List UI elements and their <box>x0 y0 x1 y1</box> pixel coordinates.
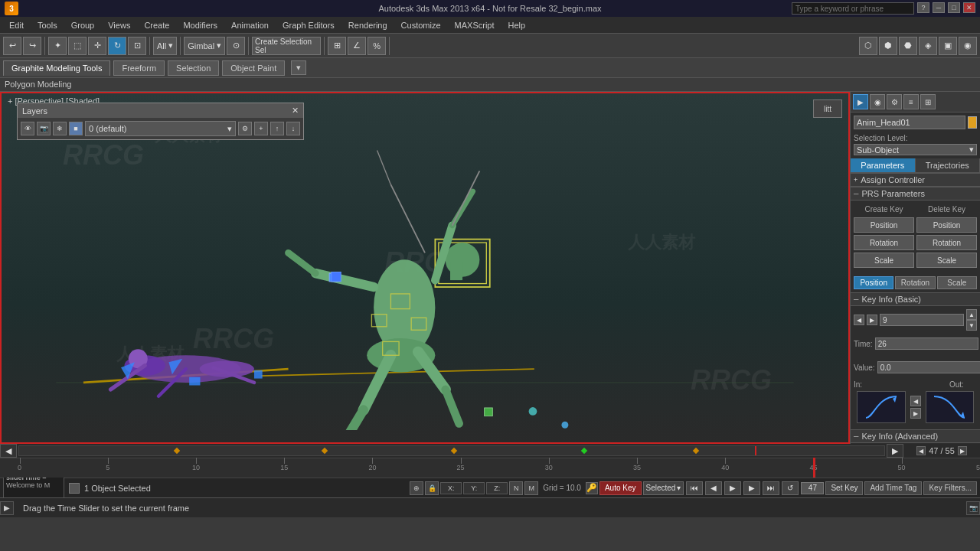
layer-btn6[interactable]: ◉ <box>959 37 977 55</box>
prs-tab-position[interactable]: Position <box>854 276 893 289</box>
coord-y[interactable] <box>463 482 485 494</box>
layer-icon-up[interactable]: ↑ <box>270 122 284 135</box>
viewport[interactable]: + [Perspective] [Shaded] RRCG RRCG RRCG … <box>0 92 850 444</box>
ki-next-btn[interactable]: ▶ <box>867 315 877 325</box>
create-selection-btn[interactable]: Create Selection Sel <box>252 37 321 55</box>
key-marker-2[interactable] <box>321 448 327 454</box>
key-info-adv-header[interactable]: ─ Key Info (Advanced) <box>851 429 980 443</box>
selected-dropdown[interactable]: Selected ▾ <box>643 481 684 495</box>
rp-icon-extra2[interactable]: ⊞ <box>920 94 936 109</box>
layer-icon-add[interactable]: + <box>254 122 268 135</box>
menu-modifiers[interactable]: Modifiers <box>177 19 224 31</box>
menu-help[interactable]: Help <box>502 19 532 31</box>
menu-graph-editors[interactable]: Graph Editors <box>276 19 341 31</box>
key-marker-3[interactable] <box>451 448 457 454</box>
loop-btn[interactable]: ↺ <box>782 481 799 495</box>
menu-maxscript[interactable]: MAXScript <box>449 19 501 31</box>
prs-tab-scale[interactable]: Scale <box>937 276 977 289</box>
ki-value-input[interactable] <box>877 361 980 373</box>
ruler[interactable]: 0 5 10 15 20 25 30 35 40 45 50 55 <box>0 458 980 478</box>
search-input[interactable] <box>792 2 914 15</box>
layer-icon-freeze[interactable]: ❄ <box>53 122 67 135</box>
layer-btn4[interactable]: ◈ <box>919 37 937 55</box>
ki-frame-down[interactable]: ▼ <box>966 320 977 331</box>
layer-btn5[interactable]: ▣ <box>939 37 957 55</box>
undo-btn[interactable]: ↩ <box>3 37 21 55</box>
frame-next-btn[interactable]: ▶ <box>958 446 967 455</box>
rotate-btn[interactable]: ↻ <box>108 37 126 55</box>
ki-time-input[interactable] <box>875 337 978 350</box>
layer-icon-view[interactable]: 👁 <box>21 122 34 135</box>
rp-icon-motion[interactable]: ▶ <box>853 94 868 109</box>
key-filters-btn[interactable]: Key Filters... <box>923 481 977 495</box>
create-position-btn[interactable]: Position <box>854 217 914 233</box>
prs-tab-rotation[interactable]: Rotation <box>895 276 935 289</box>
prs-header[interactable]: ─ PRS Parameters <box>851 187 980 201</box>
move-btn[interactable]: ✛ <box>88 37 106 55</box>
menu-animation[interactable]: Animation <box>225 19 275 31</box>
rp-icon-utilities[interactable]: ⚙ <box>887 94 902 109</box>
selection-level-dropdown[interactable]: Sub-Object ▾ <box>854 144 977 155</box>
delete-position-btn[interactable]: Position <box>916 217 977 233</box>
layer-icon-down[interactable]: ↓ <box>286 122 300 135</box>
status-expand-btn[interactable]: ▶ <box>0 501 14 515</box>
key-marker-5[interactable] <box>693 448 699 454</box>
go-end-btn[interactable]: ⏭ <box>763 481 779 495</box>
help-btn[interactable]: ? <box>917 2 929 13</box>
layer-name[interactable]: 0 (default) ▾ <box>85 121 236 136</box>
menu-customize[interactable]: Customize <box>395 19 447 31</box>
menu-views[interactable]: Views <box>102 19 136 31</box>
filter-dropdown[interactable]: All ▾ <box>153 37 177 55</box>
add-time-tag-btn[interactable]: Add Time Tag <box>864 481 922 495</box>
camera-icon[interactable]: 📷 <box>966 501 980 515</box>
auto-key-btn[interactable]: Auto Key <box>599 481 642 495</box>
use-center-btn[interactable]: ⊙ <box>227 37 245 55</box>
layer-icon-render[interactable]: 📷 <box>37 122 51 135</box>
percent-snap[interactable]: % <box>368 37 386 55</box>
snap-toggle[interactable]: ⊞ <box>328 37 346 55</box>
assign-controller-header[interactable]: + Assign Controller <box>851 173 980 187</box>
key-marker-1[interactable] <box>174 448 180 454</box>
coord-z[interactable] <box>486 482 508 494</box>
minimize-btn[interactable]: ─ <box>933 2 945 13</box>
angle-snap[interactable]: ∠ <box>348 37 366 55</box>
coord-x[interactable] <box>440 482 462 494</box>
tab-parameters[interactable]: Parameters <box>851 158 916 172</box>
redo-btn[interactable]: ↪ <box>23 37 41 55</box>
layers-close-icon[interactable]: ✕ <box>292 106 299 116</box>
tab-graphite[interactable]: Graphite Modeling Tools <box>3 60 110 76</box>
set-key-btn[interactable]: Set Key <box>825 481 863 495</box>
ki-frame-input[interactable] <box>880 314 964 326</box>
tab-object-paint[interactable]: Object Paint <box>222 60 285 76</box>
menu-tools[interactable]: Tools <box>31 19 64 31</box>
maximize-btn[interactable]: □ <box>948 2 960 13</box>
layer-btn1[interactable]: ⬡ <box>859 37 877 55</box>
tab-selection[interactable]: Selection <box>168 60 219 76</box>
create-rotation-btn[interactable]: Rotation <box>854 235 914 250</box>
rp-icon-extra1[interactable]: ≡ <box>903 94 919 109</box>
object-name-input[interactable] <box>854 116 965 129</box>
viewport-menu-btn[interactable]: litt <box>813 99 842 118</box>
layer-btn3[interactable]: ⬣ <box>899 37 917 55</box>
status-icon-1[interactable]: N <box>509 481 523 495</box>
tab-trajectories[interactable]: Trajectories <box>916 158 981 172</box>
timeline-expand-right-btn[interactable]: ▶ <box>887 444 903 458</box>
rp-icon-display[interactable]: ◉ <box>870 94 885 109</box>
timeline-track[interactable] <box>18 445 885 456</box>
delete-scale-btn[interactable]: Scale <box>916 253 977 268</box>
close-btn[interactable]: ✕ <box>963 2 975 13</box>
go-start-btn[interactable]: ⏮ <box>686 481 703 495</box>
layer-icon-props[interactable]: ⚙ <box>238 122 252 135</box>
menu-group[interactable]: Group <box>65 19 101 31</box>
layer-icon-color[interactable]: ■ <box>69 122 83 135</box>
in-curve-box[interactable] <box>857 391 906 423</box>
next-frame-btn[interactable]: ▶ <box>743 481 760 495</box>
tab-freeform[interactable]: Freeform <box>113 60 165 76</box>
key-marker-4[interactable] <box>580 448 586 454</box>
create-scale-btn[interactable]: Scale <box>854 253 914 268</box>
ki-frame-up[interactable]: ▲ <box>966 309 977 320</box>
play-btn[interactable]: ▶ <box>724 481 741 495</box>
select-btn[interactable]: ✦ <box>48 37 67 55</box>
snap-icon[interactable]: ⊕ <box>410 481 423 495</box>
prev-frame-btn[interactable]: ◀ <box>705 481 722 495</box>
